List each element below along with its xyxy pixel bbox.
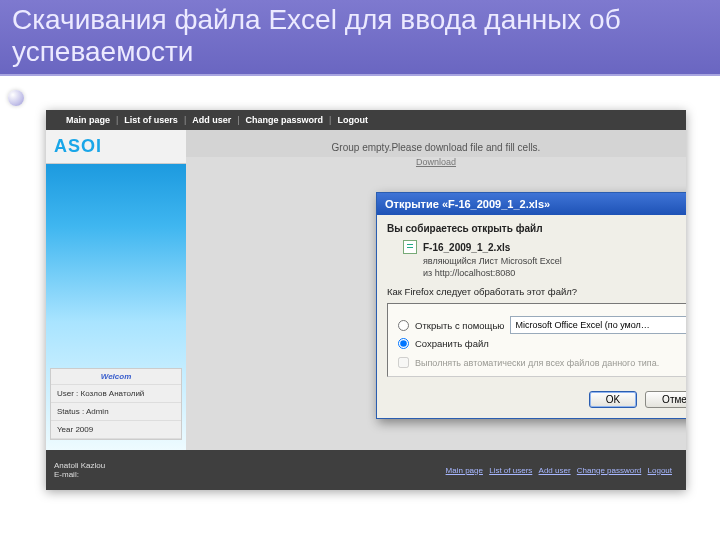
empty-message: Group empty.Please download file and fil… bbox=[186, 130, 686, 157]
footer-email-label: E-mail: bbox=[54, 470, 105, 479]
nav-changepw[interactable]: Change password bbox=[246, 115, 324, 125]
dialog-source: из http://localhost:8080 bbox=[387, 268, 686, 278]
open-with-select[interactable]: Microsoft Office Excel (по умол… bbox=[510, 316, 686, 334]
download-dialog: Открытие «F-16_2009_1_2.xls» × Вы собира… bbox=[376, 192, 686, 419]
user-info-box: Welcom User : Козлов Анатолий Status : A… bbox=[50, 368, 182, 440]
dialog-question: Как Firefox следует обработать этот файл… bbox=[387, 286, 686, 297]
remember-checkbox bbox=[398, 357, 409, 368]
decorative-dot bbox=[8, 90, 24, 106]
footer-link-main[interactable]: Main page bbox=[446, 466, 483, 475]
welcome-label: Welcom bbox=[51, 369, 181, 385]
top-navbar: Main page| List of users| Add user| Chan… bbox=[46, 110, 686, 130]
open-with-label: Открыть с помощью bbox=[415, 320, 504, 331]
dialog-filetype: являющийся Лист Microsoft Excel bbox=[387, 256, 686, 266]
nav-adduser[interactable]: Add user bbox=[192, 115, 231, 125]
nav-main[interactable]: Main page bbox=[66, 115, 110, 125]
slide-title: Скачивания файла Excel для ввода данных … bbox=[0, 0, 720, 76]
footer-link-adduser[interactable]: Add user bbox=[539, 466, 571, 475]
footer-link-changepw[interactable]: Change password bbox=[577, 466, 641, 475]
content-area: Group empty.Please download file and fil… bbox=[186, 130, 686, 450]
nav-logout[interactable]: Logout bbox=[337, 115, 368, 125]
cancel-button[interactable]: Отмена bbox=[645, 391, 686, 408]
sidebar: ASOI Welcom User : Козлов Анатолий Statu… bbox=[46, 130, 186, 450]
dialog-filename: F-16_2009_1_2.xls bbox=[423, 242, 510, 253]
status-value: Admin bbox=[86, 407, 109, 416]
save-file-radio[interactable] bbox=[398, 338, 409, 349]
save-file-label: Сохранить файл bbox=[415, 338, 489, 349]
footer-link-logout[interactable]: Logout bbox=[648, 466, 672, 475]
user-row: User : Козлов Анатолий bbox=[51, 385, 181, 403]
footer-links: Main page List of users Add user Change … bbox=[444, 466, 674, 475]
status-row: Status : Admin bbox=[51, 403, 181, 421]
footer: Anatoli Kazlou E-mail: Main page List of… bbox=[46, 450, 686, 490]
footer-link-users[interactable]: List of users bbox=[489, 466, 532, 475]
ok-button[interactable]: OK bbox=[589, 391, 637, 408]
open-with-radio[interactable] bbox=[398, 320, 409, 331]
user-value: Козлов Анатолий bbox=[81, 389, 145, 398]
app-screenshot: Main page| List of users| Add user| Chan… bbox=[46, 110, 686, 490]
dialog-titlebar[interactable]: Открытие «F-16_2009_1_2.xls» × bbox=[377, 193, 686, 215]
status-label: Status : bbox=[57, 407, 84, 416]
footer-author: Anatoli Kazlou bbox=[54, 461, 105, 470]
dialog-intro: Вы собираетесь открыть файл bbox=[387, 223, 686, 234]
dialog-options: Открыть с помощью Microsoft Office Excel… bbox=[387, 303, 686, 377]
logo: ASOI bbox=[46, 130, 186, 164]
download-link[interactable]: Download bbox=[186, 157, 686, 175]
user-label: User : bbox=[57, 389, 78, 398]
nav-users[interactable]: List of users bbox=[124, 115, 178, 125]
excel-file-icon bbox=[403, 240, 417, 254]
remember-label: Выполнять автоматически для всех файлов … bbox=[415, 358, 659, 368]
year-row[interactable]: Year 2009 bbox=[51, 421, 181, 439]
dialog-title-text: Открытие «F-16_2009_1_2.xls» bbox=[385, 198, 550, 210]
